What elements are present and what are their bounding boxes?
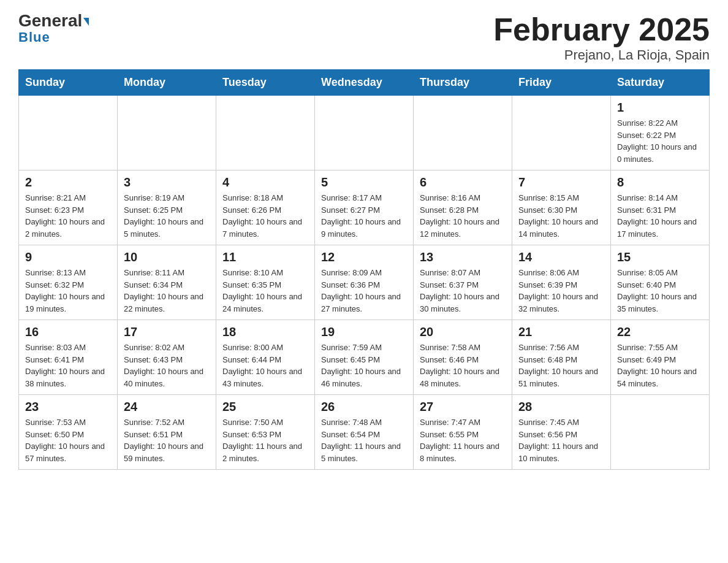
day-info: Sunrise: 7:48 AM Sunset: 6:54 PM Dayligh… bbox=[321, 416, 407, 464]
calendar-cell bbox=[611, 395, 710, 470]
header-monday: Monday bbox=[118, 70, 216, 96]
page-header: General Blue February 2025 Prejano, La R… bbox=[18, 12, 710, 63]
calendar-week-row: 16Sunrise: 8:03 AM Sunset: 6:41 PM Dayli… bbox=[19, 320, 710, 395]
calendar-cell: 15Sunrise: 8:05 AM Sunset: 6:40 PM Dayli… bbox=[611, 245, 710, 320]
header-thursday: Thursday bbox=[414, 70, 512, 96]
day-info: Sunrise: 8:16 AM Sunset: 6:28 PM Dayligh… bbox=[420, 192, 506, 240]
day-number: 25 bbox=[222, 400, 308, 414]
calendar-cell: 18Sunrise: 8:00 AM Sunset: 6:44 PM Dayli… bbox=[216, 320, 315, 395]
calendar-cell: 28Sunrise: 7:45 AM Sunset: 6:56 PM Dayli… bbox=[512, 395, 611, 470]
day-info: Sunrise: 8:22 AM Sunset: 6:22 PM Dayligh… bbox=[617, 117, 703, 165]
day-info: Sunrise: 7:53 AM Sunset: 6:50 PM Dayligh… bbox=[25, 416, 111, 464]
day-info: Sunrise: 7:56 AM Sunset: 6:48 PM Dayligh… bbox=[518, 342, 604, 389]
day-info: Sunrise: 8:00 AM Sunset: 6:44 PM Dayligh… bbox=[222, 342, 308, 389]
day-number: 11 bbox=[222, 250, 308, 264]
logo: General Blue bbox=[18, 12, 89, 45]
day-number: 3 bbox=[124, 175, 210, 190]
calendar-cell: 22Sunrise: 7:55 AM Sunset: 6:49 PM Dayli… bbox=[611, 320, 710, 395]
day-info: Sunrise: 7:47 AM Sunset: 6:55 PM Dayligh… bbox=[420, 416, 506, 464]
calendar-cell: 13Sunrise: 8:07 AM Sunset: 6:37 PM Dayli… bbox=[414, 245, 512, 320]
calendar-week-row: 9Sunrise: 8:13 AM Sunset: 6:32 PM Daylig… bbox=[19, 245, 710, 320]
day-number: 22 bbox=[617, 325, 703, 339]
calendar-cell: 6Sunrise: 8:16 AM Sunset: 6:28 PM Daylig… bbox=[414, 170, 512, 245]
header-sunday: Sunday bbox=[19, 70, 118, 96]
day-number: 17 bbox=[124, 325, 210, 339]
day-number: 6 bbox=[420, 175, 506, 190]
day-number: 4 bbox=[222, 175, 308, 190]
calendar-header-row: Sunday Monday Tuesday Wednesday Thursday… bbox=[19, 70, 710, 96]
day-number: 23 bbox=[25, 400, 111, 414]
calendar-cell bbox=[315, 96, 414, 170]
calendar-cell: 17Sunrise: 8:02 AM Sunset: 6:43 PM Dayli… bbox=[118, 320, 216, 395]
day-number: 19 bbox=[321, 325, 407, 339]
day-number: 1 bbox=[617, 101, 703, 115]
calendar-week-row: 23Sunrise: 7:53 AM Sunset: 6:50 PM Dayli… bbox=[19, 395, 710, 470]
day-info: Sunrise: 7:52 AM Sunset: 6:51 PM Dayligh… bbox=[124, 416, 210, 464]
calendar-title: February 2025 bbox=[493, 12, 710, 47]
day-info: Sunrise: 8:09 AM Sunset: 6:36 PM Dayligh… bbox=[321, 267, 407, 315]
calendar-cell: 14Sunrise: 8:06 AM Sunset: 6:39 PM Dayli… bbox=[512, 245, 611, 320]
header-saturday: Saturday bbox=[611, 70, 710, 96]
day-number: 26 bbox=[321, 400, 407, 414]
calendar-cell: 3Sunrise: 8:19 AM Sunset: 6:25 PM Daylig… bbox=[118, 170, 216, 245]
day-info: Sunrise: 7:50 AM Sunset: 6:53 PM Dayligh… bbox=[222, 416, 308, 464]
calendar-week-row: 1Sunrise: 8:22 AM Sunset: 6:22 PM Daylig… bbox=[19, 96, 710, 170]
day-number: 24 bbox=[124, 400, 210, 414]
calendar-cell bbox=[512, 96, 611, 170]
calendar-cell: 10Sunrise: 8:11 AM Sunset: 6:34 PM Dayli… bbox=[118, 245, 216, 320]
day-info: Sunrise: 8:19 AM Sunset: 6:25 PM Dayligh… bbox=[124, 192, 210, 240]
day-info: Sunrise: 8:14 AM Sunset: 6:31 PM Dayligh… bbox=[617, 192, 703, 240]
day-number: 12 bbox=[321, 250, 407, 264]
day-info: Sunrise: 7:45 AM Sunset: 6:56 PM Dayligh… bbox=[518, 416, 604, 464]
calendar-cell: 5Sunrise: 8:17 AM Sunset: 6:27 PM Daylig… bbox=[315, 170, 414, 245]
day-info: Sunrise: 8:03 AM Sunset: 6:41 PM Dayligh… bbox=[25, 342, 111, 389]
calendar-cell bbox=[19, 96, 118, 170]
day-info: Sunrise: 7:59 AM Sunset: 6:45 PM Dayligh… bbox=[321, 342, 407, 389]
day-number: 8 bbox=[617, 175, 703, 190]
calendar-cell: 12Sunrise: 8:09 AM Sunset: 6:36 PM Dayli… bbox=[315, 245, 414, 320]
day-info: Sunrise: 8:05 AM Sunset: 6:40 PM Dayligh… bbox=[617, 267, 703, 315]
calendar-table: Sunday Monday Tuesday Wednesday Thursday… bbox=[18, 69, 710, 470]
day-info: Sunrise: 7:55 AM Sunset: 6:49 PM Dayligh… bbox=[617, 342, 703, 389]
day-number: 16 bbox=[25, 325, 111, 339]
calendar-cell bbox=[118, 96, 216, 170]
calendar-cell: 9Sunrise: 8:13 AM Sunset: 6:32 PM Daylig… bbox=[19, 245, 118, 320]
calendar-cell: 19Sunrise: 7:59 AM Sunset: 6:45 PM Dayli… bbox=[315, 320, 414, 395]
calendar-cell: 1Sunrise: 8:22 AM Sunset: 6:22 PM Daylig… bbox=[611, 96, 710, 170]
day-info: Sunrise: 8:11 AM Sunset: 6:34 PM Dayligh… bbox=[124, 267, 210, 315]
day-number: 2 bbox=[25, 175, 111, 190]
calendar-cell: 11Sunrise: 8:10 AM Sunset: 6:35 PM Dayli… bbox=[216, 245, 315, 320]
day-number: 21 bbox=[518, 325, 604, 339]
day-info: Sunrise: 8:15 AM Sunset: 6:30 PM Dayligh… bbox=[518, 192, 604, 240]
title-block: February 2025 Prejano, La Rioja, Spain bbox=[493, 12, 710, 63]
day-info: Sunrise: 8:06 AM Sunset: 6:39 PM Dayligh… bbox=[518, 267, 604, 315]
calendar-cell: 21Sunrise: 7:56 AM Sunset: 6:48 PM Dayli… bbox=[512, 320, 611, 395]
day-number: 15 bbox=[617, 250, 703, 264]
calendar-cell: 20Sunrise: 7:58 AM Sunset: 6:46 PM Dayli… bbox=[414, 320, 512, 395]
day-info: Sunrise: 8:07 AM Sunset: 6:37 PM Dayligh… bbox=[420, 267, 506, 315]
calendar-cell: 23Sunrise: 7:53 AM Sunset: 6:50 PM Dayli… bbox=[19, 395, 118, 470]
calendar-cell: 2Sunrise: 8:21 AM Sunset: 6:23 PM Daylig… bbox=[19, 170, 118, 245]
header-friday: Friday bbox=[512, 70, 611, 96]
header-wednesday: Wednesday bbox=[315, 70, 414, 96]
calendar-cell: 16Sunrise: 8:03 AM Sunset: 6:41 PM Dayli… bbox=[19, 320, 118, 395]
day-number: 28 bbox=[518, 400, 604, 414]
header-tuesday: Tuesday bbox=[216, 70, 315, 96]
calendar-cell: 24Sunrise: 7:52 AM Sunset: 6:51 PM Dayli… bbox=[118, 395, 216, 470]
day-info: Sunrise: 8:02 AM Sunset: 6:43 PM Dayligh… bbox=[124, 342, 210, 389]
calendar-cell: 26Sunrise: 7:48 AM Sunset: 6:54 PM Dayli… bbox=[315, 395, 414, 470]
calendar-cell: 7Sunrise: 8:15 AM Sunset: 6:30 PM Daylig… bbox=[512, 170, 611, 245]
day-info: Sunrise: 8:21 AM Sunset: 6:23 PM Dayligh… bbox=[25, 192, 111, 240]
calendar-cell: 27Sunrise: 7:47 AM Sunset: 6:55 PM Dayli… bbox=[414, 395, 512, 470]
logo-blue: Blue bbox=[18, 29, 50, 45]
day-number: 9 bbox=[25, 250, 111, 264]
day-number: 27 bbox=[420, 400, 506, 414]
day-info: Sunrise: 8:17 AM Sunset: 6:27 PM Dayligh… bbox=[321, 192, 407, 240]
calendar-cell bbox=[216, 96, 315, 170]
day-info: Sunrise: 7:58 AM Sunset: 6:46 PM Dayligh… bbox=[420, 342, 506, 389]
day-number: 10 bbox=[124, 250, 210, 264]
day-number: 20 bbox=[420, 325, 506, 339]
day-info: Sunrise: 8:13 AM Sunset: 6:32 PM Dayligh… bbox=[25, 267, 111, 315]
calendar-cell bbox=[414, 96, 512, 170]
calendar-subtitle: Prejano, La Rioja, Spain bbox=[493, 47, 710, 63]
